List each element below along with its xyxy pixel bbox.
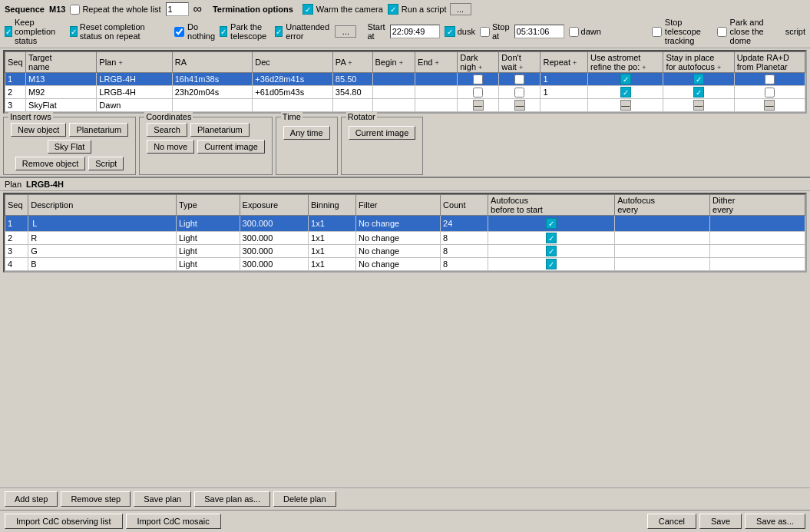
plan-cell-count: 24 bbox=[441, 216, 488, 232]
astromet-check-1[interactable]: ✓ bbox=[620, 74, 631, 84]
dusk-checkbox[interactable]: ✓ bbox=[445, 26, 455, 37]
cell-astromet: ✓ bbox=[587, 73, 663, 86]
dark-minus-3[interactable]: — bbox=[473, 100, 484, 111]
do-nothing-checkbox[interactable] bbox=[174, 27, 184, 37]
plan-row[interactable]: 3 G Light 300.000 1x1 No change 8 ✓ bbox=[5, 245, 805, 258]
pa-plus-btn[interactable]: + bbox=[348, 59, 352, 67]
plan-cell-desc bbox=[28, 216, 177, 232]
repeat-checkbox-label: Repeat the whole list bbox=[70, 5, 160, 15]
coord-current-image-button[interactable]: Current image bbox=[197, 140, 265, 154]
save-plan-as-button[interactable]: Save plan as... bbox=[194, 491, 270, 507]
af-start-check-2[interactable]: ✓ bbox=[546, 233, 557, 243]
af-start-check-3[interactable]: ✓ bbox=[546, 246, 557, 256]
update-check-1[interactable] bbox=[765, 74, 775, 84]
begin-plus-btn[interactable]: + bbox=[399, 59, 403, 67]
rotator-current-image-button[interactable]: Current image bbox=[349, 126, 416, 140]
cell-end bbox=[415, 86, 457, 99]
reset-completion-checkbox[interactable]: ✓ bbox=[70, 26, 78, 37]
save-as-button[interactable]: Save as... bbox=[745, 514, 805, 529]
infinity-icon[interactable]: ∞ bbox=[193, 2, 202, 16]
remove-step-button[interactable]: Remove step bbox=[61, 491, 131, 507]
repeat-plus-btn[interactable]: + bbox=[573, 59, 577, 67]
stop-time-input[interactable] bbox=[514, 25, 564, 38]
stop-at-checkbox[interactable] bbox=[480, 27, 490, 37]
plan-desc-input-1[interactable] bbox=[31, 216, 174, 230]
new-object-button[interactable]: New object bbox=[11, 123, 66, 137]
run-script-checkbox[interactable]: ✓ bbox=[388, 4, 398, 15]
delete-plan-button[interactable]: Delete plan bbox=[273, 491, 336, 507]
script-button[interactable]: Script bbox=[88, 157, 124, 170]
start-time-input[interactable] bbox=[390, 25, 440, 38]
plan-header-dither: Ditherevery bbox=[710, 195, 805, 216]
astromet-check-2[interactable]: ✓ bbox=[620, 87, 631, 97]
plan-header-desc: Description bbox=[28, 195, 177, 216]
dont-plus-btn[interactable]: + bbox=[519, 64, 523, 71]
update-minus-3[interactable]: — bbox=[764, 100, 775, 111]
astromet-plus-btn[interactable]: + bbox=[642, 64, 646, 71]
dawn-checkbox[interactable] bbox=[569, 27, 579, 37]
stay-check-1[interactable]: ✓ bbox=[693, 74, 704, 84]
stay-plus-btn[interactable]: + bbox=[717, 64, 721, 71]
remove-object-button[interactable]: Remove object bbox=[15, 157, 85, 170]
import-cdc-button[interactable]: Import CdC observing list bbox=[5, 514, 123, 529]
planetarium-button[interactable]: Planetarium bbox=[69, 123, 128, 137]
keep-completion-checkbox[interactable]: ✓ bbox=[5, 26, 12, 37]
keep-completion-label: ✓ Keep completion status bbox=[5, 18, 65, 45]
stay-check-2[interactable]: ✓ bbox=[693, 87, 704, 97]
stay-minus-3[interactable]: — bbox=[693, 100, 704, 111]
plan-cell-binning: 1x1 bbox=[309, 245, 356, 258]
seq-header-repeat: Repeat + bbox=[541, 52, 588, 73]
any-time-button[interactable]: Any time bbox=[283, 126, 330, 140]
add-step-button[interactable]: Add step bbox=[5, 491, 58, 507]
termination-label: Termination options bbox=[213, 5, 293, 14]
cell-ra bbox=[172, 99, 253, 112]
footer: Import CdC observing list Import CdC mos… bbox=[0, 510, 810, 532]
plan-header-seq: Seq bbox=[5, 195, 28, 216]
save-button[interactable]: Save bbox=[699, 514, 742, 529]
cell-begin bbox=[372, 73, 415, 86]
coord-planetarium-button[interactable]: Planetarium bbox=[190, 123, 250, 137]
plan-plus-btn[interactable]: + bbox=[118, 59, 122, 67]
cell-stay: — bbox=[663, 99, 734, 112]
cancel-button[interactable]: Cancel bbox=[647, 514, 696, 529]
cell-pa bbox=[332, 99, 372, 112]
no-move-button[interactable]: No move bbox=[147, 140, 194, 154]
plan-cell-filter: No change bbox=[355, 216, 440, 232]
update-check-2[interactable] bbox=[765, 88, 775, 97]
import-mosaic-button[interactable]: Import CdC mosaic bbox=[126, 514, 221, 529]
af-start-check-4[interactable]: ✓ bbox=[546, 259, 557, 269]
cell-update bbox=[734, 86, 805, 99]
dont-minus-3[interactable]: — bbox=[514, 100, 525, 111]
plan-row[interactable]: 4 B Light 300.000 1x1 No change 8 ✓ bbox=[5, 258, 805, 271]
dark-plus-btn[interactable]: + bbox=[478, 64, 482, 71]
table-row[interactable]: 3 SkyFlat Dawn — — — — — bbox=[5, 99, 805, 112]
plan-header-binning: Binning bbox=[309, 195, 356, 216]
unattended-error-checkbox[interactable]: ✓ bbox=[275, 26, 283, 37]
unattended-error-label: Unattended error bbox=[286, 22, 332, 41]
warm-camera-checkbox[interactable]: ✓ bbox=[303, 4, 313, 15]
save-plan-button[interactable]: Save plan bbox=[134, 491, 191, 507]
plan-row[interactable]: 1 Light 300.000 1x1 No change 24 ✓ bbox=[5, 216, 805, 232]
astromet-minus-3[interactable]: — bbox=[620, 100, 631, 111]
plan-row[interactable]: 2 R Light 300.000 1x1 No change 8 ✓ bbox=[5, 232, 805, 245]
run-script-options-btn[interactable]: ... bbox=[450, 3, 471, 15]
sky-flat-button[interactable]: Sky Flat bbox=[48, 140, 92, 154]
table-row[interactable]: 2 M92 LRGB-4H 23h20m04s +61d05m43s 354.8… bbox=[5, 86, 805, 99]
plan-cell-binning: 1x1 bbox=[309, 258, 356, 271]
repeat-count-input[interactable] bbox=[166, 2, 189, 16]
unattended-error-options-btn[interactable]: ... bbox=[335, 25, 356, 38]
run-script-label: Run a script bbox=[402, 5, 447, 14]
table-row[interactable]: 1 M13 LRGB-4H 16h41m38s +36d28m41s 85.50… bbox=[5, 73, 805, 86]
dont-check-1[interactable] bbox=[514, 74, 524, 84]
park-telescope-checkbox[interactable]: ✓ bbox=[220, 26, 227, 37]
dark-check-1[interactable] bbox=[473, 74, 483, 84]
plan-cell-af-start: ✓ bbox=[488, 258, 615, 271]
af-start-check-1[interactable]: ✓ bbox=[546, 218, 557, 229]
end-plus-btn[interactable]: + bbox=[435, 59, 439, 67]
park-close-checkbox[interactable] bbox=[717, 27, 727, 37]
dont-check-2[interactable] bbox=[514, 88, 524, 97]
search-button[interactable]: Search bbox=[147, 123, 187, 137]
dark-check-2[interactable] bbox=[473, 88, 483, 97]
repeat-checkbox[interactable] bbox=[70, 5, 80, 15]
stop-tracking-checkbox[interactable] bbox=[652, 27, 662, 37]
